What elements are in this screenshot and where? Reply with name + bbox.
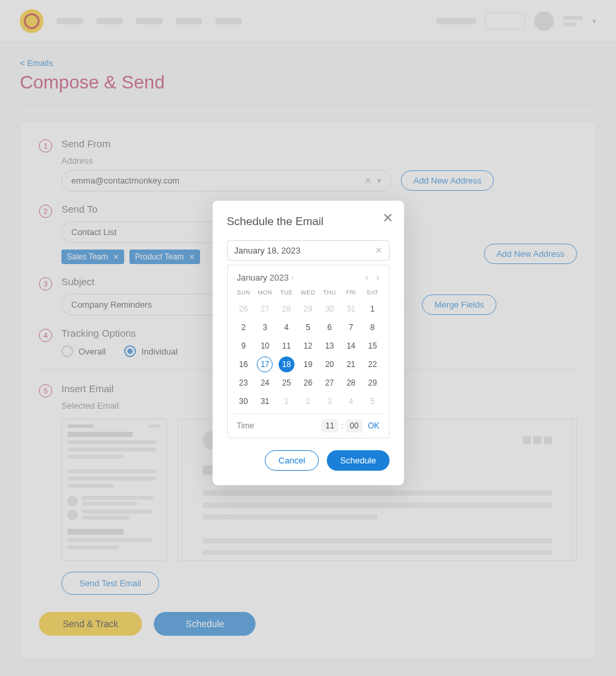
calendar-dow: SUN xyxy=(233,288,255,298)
calendar-day[interactable]: 13 xyxy=(322,338,337,354)
calendar-day[interactable]: 30 xyxy=(322,301,337,317)
calendar-day[interactable]: 2 xyxy=(300,393,316,409)
schedule-confirm-button[interactable]: Schedule xyxy=(327,450,389,471)
calendar-day[interactable]: 5 xyxy=(364,393,380,409)
calendar-dow: THU xyxy=(319,288,341,298)
time-hour[interactable]: 11 xyxy=(322,419,338,432)
calendar-day[interactable]: 30 xyxy=(236,393,252,409)
calendar-day[interactable]: 5 xyxy=(300,320,316,335)
calendar-day[interactable]: 16 xyxy=(236,356,252,372)
calendar-day[interactable]: 29 xyxy=(364,375,380,391)
calendar-day[interactable]: 31 xyxy=(257,393,273,409)
chevron-right-icon: › xyxy=(291,273,294,281)
calendar-day[interactable]: 1 xyxy=(279,393,294,409)
calendar-day[interactable]: 19 xyxy=(300,356,316,372)
calendar-day[interactable]: 11 xyxy=(279,338,294,354)
calendar-day[interactable]: 4 xyxy=(343,393,359,409)
date-input[interactable]: January 18, 2023 ✕ xyxy=(227,240,390,261)
time-ok-button[interactable]: OK xyxy=(368,421,379,430)
calendar-day[interactable]: 26 xyxy=(236,301,252,317)
prev-month-icon[interactable]: ‹ xyxy=(365,272,368,283)
calendar-day[interactable]: 22 xyxy=(364,356,380,372)
calendar-day[interactable]: 23 xyxy=(236,375,252,391)
time-label: Time xyxy=(237,421,254,430)
calendar-day[interactable]: 6 xyxy=(322,320,337,335)
calendar-day[interactable]: 25 xyxy=(279,375,294,391)
calendar-month-label[interactable]: January 2023 › xyxy=(237,273,294,283)
month-text: January 2023 xyxy=(237,273,289,283)
calendar-day[interactable]: 10 xyxy=(257,338,273,354)
calendar-day[interactable]: 3 xyxy=(322,393,337,409)
clear-icon[interactable]: ✕ xyxy=(375,246,382,255)
schedule-modal: ✕ Schedule the Email January 18, 2023 ✕ … xyxy=(213,201,404,485)
next-month-icon[interactable]: › xyxy=(376,272,380,283)
calendar-dow: TUE xyxy=(276,288,298,298)
calendar-day[interactable]: 21 xyxy=(343,356,359,372)
date-input-value: January 18, 2023 xyxy=(234,246,300,255)
calendar-day[interactable]: 2 xyxy=(236,320,252,335)
cancel-button[interactable]: Cancel xyxy=(265,450,319,471)
calendar-day[interactable]: 7 xyxy=(343,320,359,335)
calendar-dow: MON xyxy=(254,288,276,298)
calendar-dow: FRI xyxy=(340,288,362,298)
calendar-day[interactable]: 27 xyxy=(257,301,273,317)
calendar-day[interactable]: 1 xyxy=(364,301,380,317)
calendar-day[interactable]: 3 xyxy=(257,320,273,335)
calendar-day[interactable]: 29 xyxy=(300,301,316,317)
close-icon[interactable]: ✕ xyxy=(382,210,394,226)
calendar-day[interactable]: 31 xyxy=(343,301,359,317)
calendar-dow: WED xyxy=(297,288,319,298)
calendar-day[interactable]: 28 xyxy=(279,301,294,317)
calendar-day[interactable]: 12 xyxy=(300,338,316,354)
calendar-dow: SAT xyxy=(362,288,384,298)
calendar-day[interactable]: 18 xyxy=(279,356,294,372)
calendar-day[interactable]: 8 xyxy=(364,320,380,335)
calendar-day[interactable]: 9 xyxy=(236,338,252,354)
calendar-day[interactable]: 27 xyxy=(322,375,337,391)
calendar-day[interactable]: 4 xyxy=(279,320,294,335)
calendar-day[interactable]: 24 xyxy=(257,375,273,391)
modal-title: Schedule the Email xyxy=(227,215,390,228)
modal-overlay: ✕ Schedule the Email January 18, 2023 ✕ … xyxy=(0,0,616,676)
time-picker[interactable]: 11 : 00 xyxy=(322,419,362,432)
time-minute[interactable]: 00 xyxy=(346,419,362,432)
calendar: January 2023 › ‹ › SUNMONTUEWEDTHUFRISAT… xyxy=(227,265,390,438)
calendar-day[interactable]: 14 xyxy=(343,338,359,354)
calendar-day[interactable]: 28 xyxy=(343,375,359,391)
calendar-day[interactable]: 26 xyxy=(300,375,316,391)
calendar-day[interactable]: 20 xyxy=(322,356,337,372)
calendar-day[interactable]: 15 xyxy=(364,338,380,354)
calendar-day[interactable]: 17 xyxy=(257,356,273,372)
